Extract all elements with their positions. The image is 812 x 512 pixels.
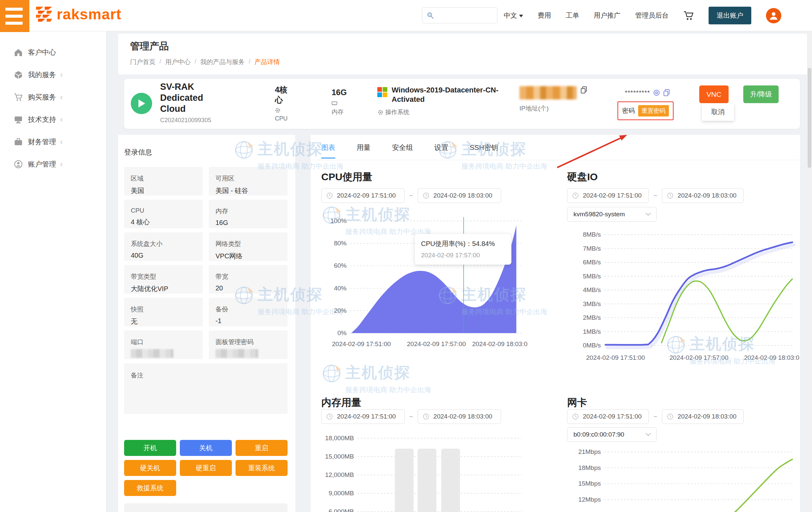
support-icon <box>14 115 23 124</box>
nav-admin[interactable]: 管理员后台 <box>635 11 669 20</box>
chevron-down-icon <box>645 433 651 436</box>
disk-date-range: 2024-02-09 17:51:00 ~ 2024-02-09 18:03:0… <box>567 188 744 203</box>
brand-logo[interactable]: raksmart <box>35 5 121 24</box>
breadcrumb-item[interactable]: 门户首页 <box>130 58 155 66</box>
info-box-backup: 备份-1 <box>209 298 288 326</box>
memory-chip-icon <box>331 101 337 106</box>
svg-text:7MB/s: 7MB/s <box>583 245 601 252</box>
info-box-panel-password: 面板管理密码 <box>209 331 288 359</box>
reboot-button[interactable]: 重启 <box>235 440 288 456</box>
nav-billing[interactable]: 费用 <box>538 11 551 20</box>
power-off-button[interactable]: 关机 <box>180 440 232 456</box>
date-from-input[interactable]: 2024-02-09 17:51:00 <box>567 188 649 203</box>
nav-tickets[interactable]: 工单 <box>566 11 579 20</box>
sidebar-item-my-services[interactable]: 我的服务‹ <box>0 63 106 86</box>
copy-icon[interactable] <box>663 89 670 97</box>
tab-ssh-key[interactable]: SSH密钥 <box>470 143 498 159</box>
svg-text:0MB/s: 0MB/s <box>583 342 601 349</box>
tab-charts[interactable]: 图表 <box>321 143 335 159</box>
date-to-input[interactable]: 2024-02-09 18:03:00 <box>418 188 501 203</box>
svg-text:2024-02-09 17:51:00: 2024-02-09 17:51:00 <box>332 340 390 347</box>
copy-icon[interactable] <box>580 86 587 94</box>
port-redacted <box>131 349 173 358</box>
hard-reboot-button[interactable]: 硬重启 <box>180 460 232 476</box>
power-on-button[interactable]: 开机 <box>124 440 176 456</box>
spec-cpu: 4核心 CPU <box>275 85 294 122</box>
nav-referral[interactable]: 用户推广 <box>594 11 620 20</box>
breadcrumb-item[interactable]: 用户中心 <box>165 58 191 66</box>
date-to-input[interactable]: 2024-02-09 18:03:00 <box>662 188 744 203</box>
user-icon <box>768 11 779 21</box>
eye-icon[interactable] <box>653 89 660 96</box>
svg-text:20%: 20% <box>334 307 347 314</box>
vnc-button[interactable]: VNC <box>699 85 729 103</box>
scrollbar[interactable] <box>807 31 812 512</box>
date-from-input[interactable]: 2024-02-09 17:51:00 <box>321 409 405 424</box>
memory-date-range: 2024-02-09 17:51:00 ~ 2024-02-09 18:03:0… <box>321 409 501 424</box>
cancel-menu-item[interactable]: 取消 <box>702 103 734 121</box>
search-box[interactable] <box>422 7 497 23</box>
tab-usage[interactable]: 用量 <box>357 143 371 159</box>
reset-password-button[interactable]: 重置密码 <box>638 105 669 116</box>
svg-text:6MB/s: 6MB/s <box>583 259 601 266</box>
chevron-left-icon: ‹ <box>60 115 63 124</box>
date-to-input[interactable]: 2024-02-09 18:03:00 <box>418 409 501 424</box>
tab-security-group[interactable]: 安全组 <box>392 143 413 159</box>
sidebar-item-buy-services[interactable]: 购买服务‹ <box>0 86 106 108</box>
avatar[interactable] <box>766 8 781 23</box>
cube-icon <box>14 70 23 79</box>
svg-text:2MB/s: 2MB/s <box>583 314 601 321</box>
memory-usage-chart[interactable]: 18,000MB15,000MB12,000MB9,000MB6,000MB <box>321 427 528 512</box>
svg-text:15Mbps: 15Mbps <box>578 480 601 487</box>
upgrade-downgrade-button[interactable]: 升/降级 <box>743 85 779 103</box>
os-name: Windows-2019-Datacenter-CN-Activated <box>392 85 505 104</box>
svg-text:40%: 40% <box>334 285 347 292</box>
rescue-system-button[interactable]: 救援系统 <box>124 480 176 496</box>
cpu-date-range: 2024-02-09 17:51:00 ~ 2024-02-09 18:03:0… <box>321 188 501 203</box>
ip-address-redacted <box>519 86 577 99</box>
svg-text:5MB/s: 5MB/s <box>583 273 601 280</box>
search-input[interactable] <box>434 12 492 19</box>
svg-text:3MB/s: 3MB/s <box>583 301 601 307</box>
nav-language[interactable]: 中文 <box>504 11 523 20</box>
date-to-input[interactable]: 2024-02-09 18:03:00 <box>662 409 744 424</box>
product-id: C20240210099305 <box>160 117 211 124</box>
cart-icon[interactable] <box>683 11 694 21</box>
finance-icon <box>14 138 23 146</box>
disk-io-chart[interactable]: 8MB/s7MB/s6MB/s5MB/s4MB/s3MB/s2MB/s1MB/s… <box>567 230 800 370</box>
raksmart-logo-icon <box>35 5 53 24</box>
page-header-card: 管理产品 门户首页 / 用户中心 / 我的产品与服务 / 产品详情 <box>118 34 812 75</box>
network-traffic-chart[interactable]: 21Mbps18Mbps15Mbps12Mbps <box>567 444 800 512</box>
logout-button[interactable]: 退出账户 <box>708 7 751 24</box>
svg-text:80%: 80% <box>334 240 347 247</box>
scrollbar-thumb[interactable] <box>808 68 811 168</box>
sidebar-item-finance[interactable]: 财务管理‹ <box>0 131 106 153</box>
date-from-input[interactable]: 2024-02-09 17:51:00 <box>321 188 405 203</box>
info-box-bandwidth-type: 带宽类型大陆优化VIP <box>124 265 203 294</box>
svg-text:1MB/s: 1MB/s <box>583 328 601 335</box>
svg-text:2024-02-09 18:03:0: 2024-02-09 18:03:0 <box>472 340 527 347</box>
sidebar-item-account[interactable]: 账户管理‹ <box>0 153 106 175</box>
svg-text:15,000MB: 15,000MB <box>325 453 354 460</box>
sidebar-item-tech-support[interactable]: 技术支持‹ <box>0 108 106 131</box>
hamburger-menu-icon[interactable] <box>0 0 29 32</box>
password-annotation-box: 密码 重置密码 <box>617 102 673 120</box>
tab-settings[interactable]: 设置 <box>434 143 448 159</box>
disk-device-select[interactable]: kvm59820-system <box>567 207 657 222</box>
charts-panel: 图表 用量 安全组 设置 SSH密钥 CPU使用量 2024-02-09 17:… <box>311 135 800 512</box>
hard-power-off-button[interactable]: 硬关机 <box>124 460 176 476</box>
breadcrumb-current: 产品详情 <box>255 58 280 66</box>
power-status-icon[interactable] <box>131 93 152 114</box>
collapsed-section-bar <box>124 503 288 512</box>
network-interface-select[interactable]: b0:09:c0:00:07:90 <box>567 427 657 442</box>
svg-text:6,000MB: 6,000MB <box>328 508 354 512</box>
chevron-left-icon: ‹ <box>60 92 63 102</box>
breadcrumb-item[interactable]: 我的产品与服务 <box>201 58 245 66</box>
chevron-left-icon: ‹ <box>60 137 63 146</box>
password-label: 密码 <box>622 107 635 115</box>
info-box-port: 端口 <box>124 331 203 359</box>
reinstall-os-button[interactable]: 重装系统 <box>235 460 288 476</box>
chevron-left-icon: ‹ <box>60 160 63 169</box>
date-from-input[interactable]: 2024-02-09 17:51:00 <box>567 409 649 424</box>
sidebar-item-customer-center[interactable]: 客户中心 <box>0 41 106 63</box>
